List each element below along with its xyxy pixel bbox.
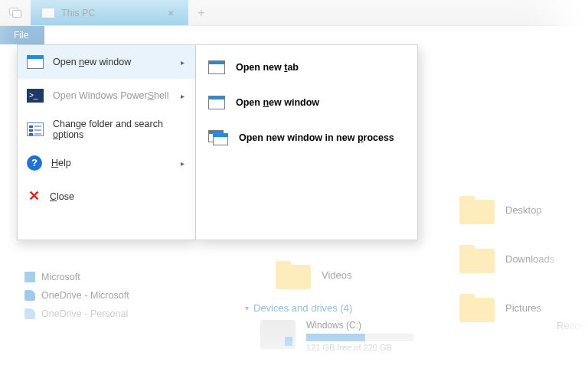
folder-label: Desktop	[505, 204, 542, 216]
file-menu-primary: Open new window ▸ >_ Open Windows PowerS…	[17, 44, 196, 240]
folder-icon	[276, 260, 311, 289]
section-title: Devices and drives (4)	[253, 302, 352, 314]
chevron-right-icon: ▸	[181, 92, 186, 100]
submenu-open-new-process[interactable]: Open new window in new process	[196, 120, 417, 155]
chevron-right-icon: ▸	[181, 159, 186, 168]
nav-item-onedrive-personal[interactable]: OneDrive - Personal	[24, 305, 208, 323]
folder-pictures[interactable]: Pictures	[459, 293, 559, 322]
new-tab-button[interactable]: +	[188, 0, 214, 25]
tab-this-pc[interactable]: This PC ×	[31, 0, 188, 25]
folder-icon	[459, 244, 495, 273]
file-ribbon-tab[interactable]: File	[0, 26, 44, 44]
devices-section-header[interactable]: ▾ Devices and drives (4)	[245, 302, 352, 314]
this-pc-icon	[41, 8, 55, 18]
menu-label: Close	[50, 191, 186, 202]
folder-videos[interactable]: Videos	[276, 260, 352, 289]
nav-label: Microsoft	[41, 272, 80, 282]
menu-label: Change folder and search options	[53, 119, 186, 140]
drive-windows-c[interactable]: Windows (C:) 121 GB free of 220 GB	[260, 320, 413, 352]
window-icon	[208, 96, 225, 109]
menu-label: Help	[51, 158, 172, 168]
nav-label: OneDrive - Personal	[41, 308, 128, 319]
drive-icon	[260, 320, 296, 349]
drive-usage-bar	[306, 334, 413, 341]
menu-open-powershell[interactable]: >_ Open Windows PowerShell ▸	[18, 79, 195, 112]
folder-desktop[interactable]: Desktop	[459, 195, 559, 224]
file-menu: Open new window ▸ >_ Open Windows PowerS…	[17, 44, 418, 240]
nav-item-onedrive-ms[interactable]: OneDrive - Microsoft	[24, 286, 208, 305]
titlebar: This PC × +	[0, 0, 588, 26]
menu-open-new-window[interactable]: Open new window ▸	[18, 45, 195, 79]
menu-help[interactable]: ? Help ▸	[18, 146, 195, 180]
folder-label: Downloads	[505, 253, 554, 265]
folder-label: Pictures	[505, 302, 541, 314]
folder-label: Videos	[322, 269, 352, 281]
menu-label: Open new window	[236, 97, 319, 108]
menu-label: Open Windows PowerShell	[53, 90, 172, 101]
submenu-open-new-tab[interactable]: Open new tab	[196, 50, 417, 85]
folder-icon	[459, 195, 495, 224]
submenu-open-new-window[interactable]: Open new window	[196, 85, 417, 120]
drive-subtitle: 121 GB free of 220 GB	[306, 343, 413, 352]
tab-close-icon[interactable]: ×	[165, 7, 177, 19]
menu-label: Open new window in new process	[239, 132, 394, 143]
folder-downloads[interactable]: Downloads	[459, 244, 559, 273]
file-menu-submenu: Open new tab Open new window Open new wi…	[196, 44, 418, 240]
menu-folder-options[interactable]: Change folder and search options	[18, 112, 195, 146]
nav-item-microsoft[interactable]: Microsoft	[24, 268, 208, 286]
powershell-icon: >_	[27, 89, 44, 103]
microsoft-icon	[24, 272, 35, 282]
chevron-down-icon: ▾	[245, 304, 249, 312]
options-icon	[27, 122, 44, 136]
window-icon	[27, 55, 44, 69]
folder-icon	[459, 293, 495, 322]
onedrive-icon	[24, 290, 35, 301]
drive-name: Windows (C:)	[306, 320, 413, 331]
drive-name: Recovery	[557, 320, 588, 331]
onedrive-icon	[24, 308, 35, 319]
window-stack-icon[interactable]	[0, 0, 31, 25]
nav-label: OneDrive - Microsoft	[41, 290, 129, 301]
window-icon	[208, 60, 225, 74]
chevron-right-icon: ▸	[181, 58, 186, 67]
menu-close[interactable]: ✕ Close	[18, 180, 195, 214]
menu-label: Open new window	[53, 57, 172, 67]
close-icon: ✕	[27, 190, 41, 204]
nav-pane: Microsoft OneDrive - Microsoft OneDrive …	[24, 268, 208, 323]
menu-label: Open new tab	[236, 62, 299, 73]
drive-recovery[interactable]: Recovery	[557, 320, 588, 331]
help-icon: ?	[27, 155, 42, 171]
tab-title: This PC	[61, 8, 158, 18]
window-stack-icon	[208, 130, 228, 145]
